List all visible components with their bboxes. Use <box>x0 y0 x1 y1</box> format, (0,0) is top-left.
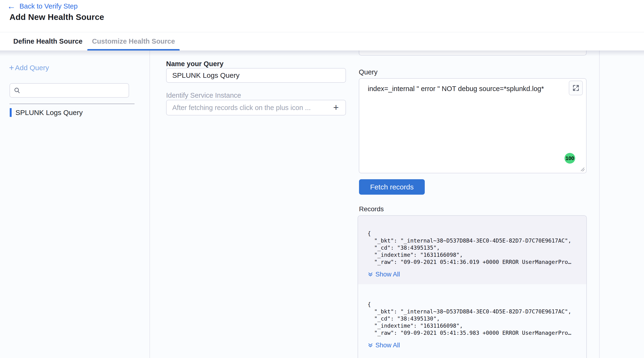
sidebar-item-splunk-logs-query[interactable]: SPLUNK Logs Query <box>10 108 82 117</box>
record-card: { "_bkt": "_internal~38~D537D8B4-3EC0-4D… <box>358 284 586 358</box>
query-search <box>10 83 129 98</box>
record-json-line: "_bkt": "_internal~38~D537D8B4-3EC0-4D5E… <box>368 308 579 315</box>
show-all-label: Show All <box>376 271 400 278</box>
record-json-line: "_raw": "09-09-2021 05:41:36.019 +0000 E… <box>368 258 579 266</box>
show-all-link[interactable]: Show All <box>368 342 400 349</box>
tab-define-health-source[interactable]: Define Health Source <box>8 32 87 50</box>
show-all-link[interactable]: Show All <box>368 271 400 278</box>
add-service-instance-plus-icon[interactable]: + <box>330 101 342 114</box>
clipped-input-field[interactable] <box>359 50 586 55</box>
back-link-label: Back to Verify Step <box>20 2 78 10</box>
plus-icon: + <box>9 64 14 71</box>
query-label: Query <box>359 68 378 76</box>
records-container: { "_bkt": "_internal~38~D537D8B4-3EC0-4D… <box>358 215 587 358</box>
record-json-line: "_indextime": "1631166098", <box>368 251 579 258</box>
add-query-button[interactable]: + Add Query <box>9 64 49 72</box>
search-icon <box>14 87 21 94</box>
back-link[interactable]: ← Back to Verify Step <box>7 2 78 10</box>
expand-icon <box>572 84 580 92</box>
record-json-line: { <box>368 230 579 237</box>
query-editor[interactable]: index=_internal " error " NOT debug sour… <box>359 78 586 173</box>
service-instance-field[interactable] <box>166 100 346 115</box>
record-json-line: "_bkt": "_internal~38~D537D8B4-3EC0-4D5E… <box>368 237 579 244</box>
query-text[interactable]: index=_internal " error " NOT debug sour… <box>368 85 544 93</box>
record-card: { "_bkt": "_internal~38~D537D8B4-3EC0-4D… <box>358 216 586 284</box>
add-query-label: Add Query <box>15 64 49 72</box>
record-json-line: "_cd": "38:4395130", <box>368 315 579 322</box>
back-arrow-icon: ← <box>7 2 16 10</box>
record-json-line: "_cd": "38:4395135", <box>368 244 579 251</box>
sidebar-divider-line <box>150 50 150 358</box>
expand-query-button[interactable] <box>569 81 583 95</box>
page-header: ← Back to Verify Step Add New Health Sou… <box>0 0 644 32</box>
search-input[interactable] <box>10 83 129 98</box>
service-instance-label: Identify Service Instance <box>166 91 241 99</box>
name-query-label: Name your Query <box>166 60 224 68</box>
double-chevron-down-icon <box>368 343 373 348</box>
service-instance-wrap: + <box>166 100 346 115</box>
sidebar-list-divider <box>10 104 134 104</box>
record-json-line: { <box>368 301 579 308</box>
query-name-field[interactable] <box>166 68 346 83</box>
tab-bar: Define Health Source Customize Health So… <box>0 32 644 50</box>
double-chevron-down-icon <box>368 272 373 277</box>
page-title: Add New Health Source <box>10 12 104 22</box>
query-item-label: SPLUNK Logs Query <box>16 109 82 117</box>
active-indicator-bar <box>10 108 12 117</box>
content-area: + Add Query SPLUNK Logs Query Name your … <box>0 50 644 358</box>
record-json-line: "_raw": "09-09-2021 05:41:35.983 +0000 E… <box>368 329 579 337</box>
right-divider-line <box>599 50 600 358</box>
resize-handle[interactable] <box>579 166 585 172</box>
tab-customize-health-source[interactable]: Customize Health Source <box>87 32 180 50</box>
records-label: Records <box>359 205 384 213</box>
record-count-badge: 100 <box>564 153 575 164</box>
record-json-line: "_indextime": "1631166098", <box>368 322 579 329</box>
show-all-label: Show All <box>376 342 400 349</box>
fetch-records-button[interactable]: Fetch records <box>359 179 425 195</box>
